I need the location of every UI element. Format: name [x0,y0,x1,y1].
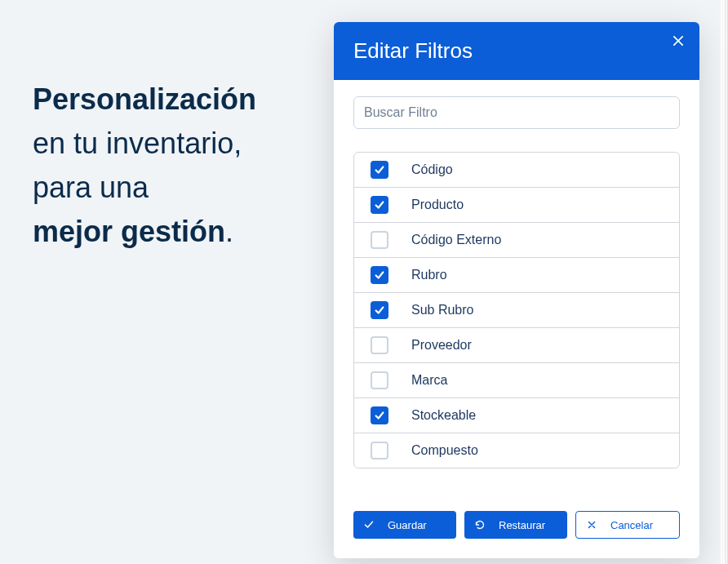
filter-label: Código Externo [411,233,501,247]
page-edge-decoration [720,0,728,564]
filter-row[interactable]: Marca [354,363,679,398]
hero-line2: en tu inventario, [33,127,242,160]
hero-period: . [225,215,233,248]
save-button-label: Guardar [388,519,427,531]
edit-filters-modal: Editar Filtros CódigoProductoCódigo Exte… [334,22,699,558]
filter-row[interactable]: Proveedor [354,328,679,363]
filter-label: Código [411,162,453,177]
filter-label: Proveedor [411,338,472,353]
filter-row[interactable]: Producto [354,188,679,223]
check-icon [363,519,375,531]
filter-checkbox[interactable] [371,231,388,249]
modal-title: Editar Filtros [353,38,680,64]
search-filter-input[interactable] [353,96,680,129]
filter-row[interactable]: Stockeable [354,398,679,433]
filter-label: Producto [411,198,464,212]
x-icon [586,519,597,531]
filter-list: CódigoProductoCódigo ExternoRubroSub Rub… [353,152,680,469]
restore-button-label: Restaurar [499,519,545,531]
filter-row[interactable]: Compuesto [354,433,679,468]
filter-checkbox[interactable] [371,196,388,214]
refresh-icon [474,519,486,531]
cancel-button-label: Cancelar [610,519,653,531]
filter-row[interactable]: Código [354,153,679,188]
save-button[interactable]: Guardar [353,511,456,539]
hero-line4: mejor gestión [33,215,225,248]
filter-checkbox[interactable] [371,442,388,460]
close-icon [673,31,683,50]
close-button[interactable] [668,30,688,50]
filter-checkbox[interactable] [371,371,388,389]
modal-header: Editar Filtros [334,22,699,80]
filter-checkbox[interactable] [371,161,388,179]
filter-checkbox[interactable] [371,301,388,319]
filter-checkbox[interactable] [371,406,388,424]
hero-line1: Personalización [33,82,256,116]
hero-heading: Personalización en tu inventario, para u… [33,78,302,254]
filter-label: Sub Rubro [411,303,474,318]
modal-footer: Guardar Restaurar Cancelar [334,511,699,558]
filter-checkbox[interactable] [371,336,388,354]
filter-label: Stockeable [411,408,476,423]
hero-line3: para una [33,171,149,204]
filter-checkbox[interactable] [371,266,388,284]
filter-label: Marca [411,373,447,388]
hero-title: Personalización en tu inventario, para u… [33,78,302,254]
filter-label: Rubro [411,268,447,282]
modal-body: CódigoProductoCódigo ExternoRubroSub Rub… [334,80,699,488]
filter-row[interactable]: Sub Rubro [354,293,679,328]
filter-row[interactable]: Rubro [354,258,679,293]
filter-label: Compuesto [411,443,478,458]
restore-button[interactable]: Restaurar [464,511,567,539]
filter-row[interactable]: Código Externo [354,223,679,258]
cancel-button[interactable]: Cancelar [575,511,680,539]
